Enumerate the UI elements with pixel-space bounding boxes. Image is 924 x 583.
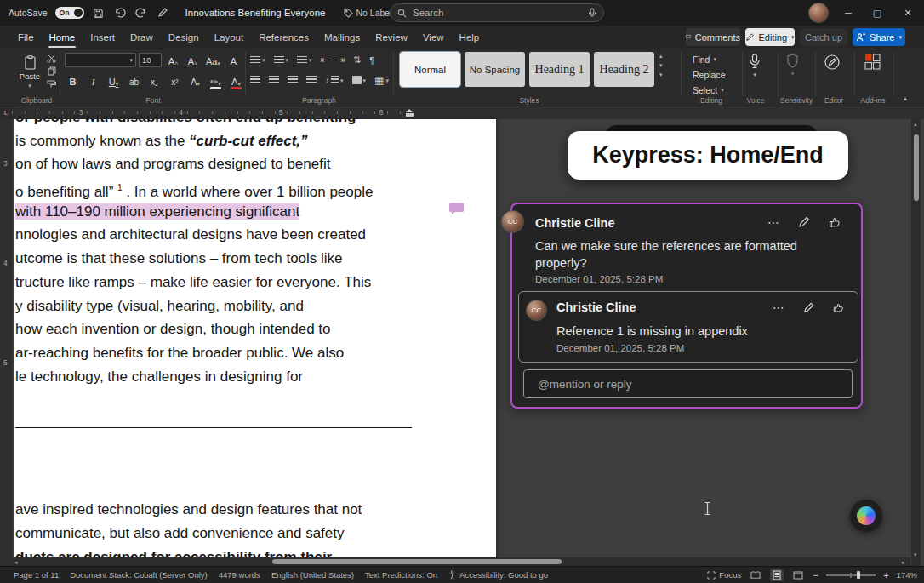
tab-insert[interactable]: Insert xyxy=(83,26,123,49)
bold-button[interactable]: B xyxy=(66,74,79,88)
more-options-icon[interactable]: ⋯ xyxy=(767,216,779,228)
minimize-button[interactable]: ─ xyxy=(834,0,863,26)
print-layout-button[interactable] xyxy=(770,569,784,581)
document-line[interactable]: le technology, the challenges in designi… xyxy=(15,365,424,389)
select-button[interactable]: Select▾ xyxy=(693,83,726,96)
scroll-right-icon[interactable]: ▸ xyxy=(902,559,905,566)
like-icon[interactable] xyxy=(829,216,841,228)
close-button[interactable]: ✕ xyxy=(893,0,922,26)
editor-button[interactable] xyxy=(824,54,841,71)
font-name-combo[interactable]: ▾ xyxy=(65,53,136,67)
decrease-indent-button[interactable]: ⇤ xyxy=(321,54,328,66)
italic-button[interactable]: I xyxy=(87,74,100,88)
style-no-spacing[interactable]: No Spacing xyxy=(465,52,525,87)
copilot-button[interactable] xyxy=(850,500,882,532)
underline-button[interactable]: U▾ xyxy=(107,74,120,88)
zoom-level[interactable]: 174% xyxy=(897,570,917,580)
clear-formatting-button[interactable]: A xyxy=(227,54,240,67)
tab-draw[interactable]: Draw xyxy=(123,26,161,49)
document-title[interactable]: Innovations Benefiting Everyone xyxy=(185,8,326,18)
edit-comment-icon[interactable] xyxy=(803,302,814,313)
cut-icon[interactable] xyxy=(46,54,57,63)
multilevel-list-button[interactable]: ▾ xyxy=(297,56,312,65)
document-page[interactable]: or people with disabilities often end up… xyxy=(14,119,496,560)
editing-mode-button[interactable]: Editing ▾ xyxy=(745,28,795,46)
document-text[interactable]: or people with disabilities often end up… xyxy=(15,119,424,560)
text-predictions-indicator[interactable]: Text Predictions: On xyxy=(365,570,437,580)
document-line[interactable]: tructure like ramps – make life easier f… xyxy=(15,271,424,294)
show-paragraph-marks-button[interactable]: ¶ xyxy=(369,55,374,66)
line-spacing-button[interactable]: ↕▾ xyxy=(325,76,344,85)
share-button[interactable]: Share ▾ xyxy=(853,28,905,46)
shading-button[interactable]: ▾ xyxy=(352,76,367,84)
vertical-ruler[interactable]: 345 xyxy=(0,119,12,566)
redo-icon[interactable] xyxy=(134,6,148,20)
styles-gallery-scroll[interactable]: ▴▾▾ xyxy=(659,53,663,77)
tab-references[interactable]: References xyxy=(251,26,317,49)
copy-icon[interactable] xyxy=(46,66,57,76)
document-line[interactable]: communicate, but also add convenience an… xyxy=(15,522,424,546)
superscript-button[interactable]: x² xyxy=(168,74,181,88)
tab-help[interactable]: Help xyxy=(452,26,488,49)
vertical-scroll-thumb[interactable] xyxy=(914,134,919,201)
document-line[interactable]: on of how laws and programs designed to … xyxy=(15,152,424,176)
comment-anchor-icon[interactable] xyxy=(448,202,465,215)
language-indicator[interactable]: English (United States) xyxy=(271,570,354,580)
search-input[interactable]: Search xyxy=(390,3,604,22)
dictation-mic-icon[interactable] xyxy=(588,8,596,18)
sensitivity-button[interactable]: ▾ xyxy=(786,54,799,77)
tab-home[interactable]: Home xyxy=(42,26,83,49)
numbering-button[interactable]: ▾ xyxy=(274,56,289,65)
format-painter-icon[interactable] xyxy=(46,79,57,89)
like-icon[interactable] xyxy=(833,302,844,313)
document-line[interactable]: ave inspired technologies and design fea… xyxy=(15,498,424,522)
dictate-button[interactable]: ▾ xyxy=(749,54,761,77)
scroll-down-icon[interactable]: ▾ xyxy=(914,552,917,558)
collapse-ribbon-icon[interactable]: ▴ xyxy=(904,95,907,102)
document-stack-indicator[interactable]: Document Stack: Cobalt (Server Only) xyxy=(70,570,208,580)
font-color-button[interactable]: A▾ xyxy=(230,74,242,88)
tab-selector[interactable]: L xyxy=(0,106,12,119)
page-indicator[interactable]: Page 1 of 11 xyxy=(14,570,59,580)
indent-marker[interactable] xyxy=(406,109,414,117)
sort-button[interactable]: ⇅ xyxy=(353,54,361,66)
strikethrough-button[interactable]: ab xyxy=(128,74,140,88)
document-line[interactable]: how each invention or design, though int… xyxy=(15,317,424,341)
document-line[interactable]: ar-reaching benefits for the broader pub… xyxy=(15,341,424,365)
increase-indent-button[interactable]: ⇥ xyxy=(337,54,345,66)
font-size-combo[interactable]: 10 xyxy=(139,53,162,67)
align-right-button[interactable] xyxy=(288,76,298,84)
bullets-button[interactable]: ▾ xyxy=(250,56,265,65)
justify-button[interactable] xyxy=(306,76,317,84)
document-line[interactable]: or people with disabilities often end up… xyxy=(15,119,424,129)
document-line[interactable]: utcome is that these solutions – from te… xyxy=(15,247,424,271)
style-normal[interactable]: Normal xyxy=(400,52,460,87)
user-avatar[interactable] xyxy=(808,3,829,23)
document-line[interactable]: with 110–190 million experiencing signif… xyxy=(15,200,424,224)
horizontal-scroll-thumb[interactable] xyxy=(272,559,562,564)
reply-input[interactable]: @mention or reply xyxy=(523,369,853,398)
zoom-out-icon[interactable]: − xyxy=(813,569,818,581)
zoom-in-icon[interactable]: + xyxy=(883,570,888,580)
quick-access-pen-icon[interactable] xyxy=(156,6,169,20)
borders-button[interactable]: ▦▾ xyxy=(374,75,389,85)
focus-mode-button[interactable]: Focus xyxy=(707,570,741,580)
edit-comment-icon[interactable] xyxy=(798,216,810,228)
tab-view[interactable]: View xyxy=(415,26,452,49)
add-ins-button[interactable] xyxy=(864,54,881,70)
autosave-toggle[interactable]: On xyxy=(55,7,84,19)
document-line[interactable]: o benefiting all” 1 . In a world where o… xyxy=(15,176,424,200)
save-icon[interactable] xyxy=(92,6,106,20)
tab-layout[interactable]: Layout xyxy=(207,26,252,49)
more-options-icon[interactable]: ⋯ xyxy=(773,301,784,313)
tab-file[interactable]: File xyxy=(10,26,42,49)
read-mode-button[interactable] xyxy=(749,569,762,581)
style-heading-2[interactable]: Heading 2 xyxy=(594,52,654,87)
web-layout-button[interactable] xyxy=(791,569,805,581)
document-line[interactable]: is commonly known as the “curb-cut effec… xyxy=(15,129,424,153)
undo-icon[interactable] xyxy=(113,6,127,20)
comments-button[interactable]: Comments xyxy=(686,28,740,46)
grow-font-button[interactable]: A˄ xyxy=(167,54,180,67)
accessibility-indicator[interactable]: Accessibility: Good to go xyxy=(448,570,548,580)
zoom-slider-thumb[interactable] xyxy=(857,571,860,579)
